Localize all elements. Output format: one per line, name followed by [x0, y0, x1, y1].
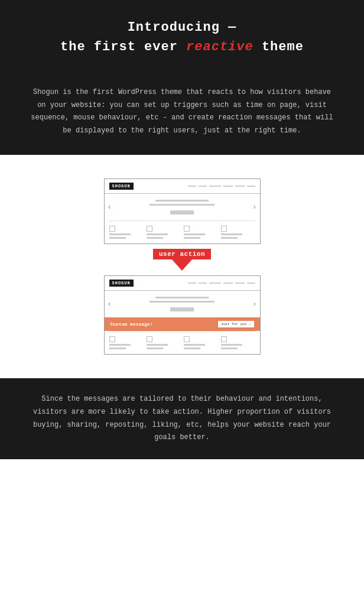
nav-line	[223, 282, 233, 284]
header-section: Introducing — the first ever reactive th…	[0, 0, 364, 74]
hero-arrow-left-top: ‹	[108, 203, 112, 212]
footer-icon	[184, 226, 190, 232]
hero-area-bottom: ‹ ›	[105, 291, 260, 317]
hero-line	[155, 200, 209, 202]
footer-icon	[184, 336, 190, 342]
just-for-you-button[interactable]: Just for you ›	[218, 321, 254, 327]
header-reactive-word: reactive	[186, 40, 254, 54]
footer-line	[109, 344, 131, 346]
header-line2-after: theme	[254, 40, 304, 54]
footer-line	[184, 344, 205, 346]
hero-btn-top	[170, 210, 194, 215]
nav-line	[235, 282, 245, 284]
browser-mockup-bottom: SHOGUN ‹ › Custom message! Just for y	[104, 275, 261, 355]
footer-line	[221, 233, 242, 235]
nav-line	[209, 282, 221, 284]
footer-line	[184, 233, 205, 235]
browser-nav-bottom: SHOGUN	[105, 276, 260, 291]
footer-line	[109, 348, 126, 349]
mockup-section: SHOGUN ‹ ›	[0, 155, 364, 366]
footer-line	[221, 348, 238, 349]
footer-cell	[184, 226, 217, 239]
description-text: Shogun is the first WordPress theme that…	[30, 86, 334, 137]
shogun-logo-bottom: SHOGUN	[109, 280, 134, 287]
nav-line	[188, 186, 196, 187]
footer-icon	[109, 226, 115, 232]
hero-line	[150, 204, 214, 206]
footer-cell	[147, 226, 180, 239]
footer-line	[147, 233, 168, 235]
footer-line	[221, 344, 242, 346]
hero-arrow-right-top: ›	[252, 203, 256, 212]
shogun-logo-top: SHOGUN	[109, 183, 134, 190]
nav-line	[199, 282, 207, 284]
hero-lines-top	[116, 200, 248, 215]
hero-line	[150, 301, 214, 303]
chevron-down-icon	[171, 259, 193, 271]
nav-line	[235, 186, 245, 187]
browser-mockup-top: SHOGUN ‹ ›	[104, 178, 261, 244]
bottom-section: Since the messages are tailored to their…	[0, 378, 364, 459]
user-action-badge: user action	[153, 249, 211, 259]
user-action-container: user action	[153, 249, 211, 271]
header-title: Introducing — the first ever reactive th…	[35, 18, 329, 57]
nav-lines-bottom	[188, 282, 255, 284]
nav-line	[188, 282, 196, 284]
footer-icon	[221, 226, 227, 232]
footer-cell	[221, 226, 255, 239]
footer-cell	[184, 336, 217, 349]
nav-line	[199, 186, 207, 187]
hero-lines-bottom	[116, 297, 248, 311]
hero-arrow-right-bottom: ›	[252, 300, 256, 309]
nav-line	[247, 282, 255, 284]
hero-line	[155, 297, 209, 298]
footer-icon	[147, 336, 152, 342]
hero-btn-bottom	[170, 307, 194, 311]
footer-cell	[109, 226, 143, 239]
hero-area-top: ‹ ›	[105, 194, 260, 220]
header-line1: Introducing —	[128, 20, 237, 35]
footer-cell	[147, 336, 180, 349]
footer-line	[147, 348, 163, 349]
footer-icon	[221, 336, 227, 342]
footer-line	[221, 237, 238, 239]
footer-line	[184, 348, 200, 349]
footer-line	[147, 344, 168, 346]
custom-message-text: Custom message!	[110, 322, 153, 327]
footer-grid-top	[105, 221, 260, 243]
description-section: Shogun is the first WordPress theme that…	[0, 74, 364, 155]
footer-icon	[109, 336, 115, 342]
browser-nav-top: SHOGUN	[105, 179, 260, 194]
footer-line	[109, 237, 126, 239]
footer-cell	[109, 336, 143, 349]
footer-grid-bottom	[105, 332, 260, 354]
footer-cell	[221, 336, 255, 349]
nav-lines-top	[188, 186, 255, 187]
bottom-text: Since the messages are tailored to their…	[30, 393, 334, 444]
header-line2-before: the first ever	[60, 40, 186, 54]
footer-line	[184, 237, 200, 239]
custom-message-bar: Custom message! Just for you ›	[105, 317, 260, 331]
nav-line	[223, 186, 233, 187]
footer-line	[109, 233, 131, 235]
nav-line	[247, 186, 255, 187]
hero-arrow-left-bottom: ‹	[108, 300, 112, 309]
nav-line	[209, 186, 221, 187]
footer-icon	[147, 226, 152, 232]
footer-line	[147, 237, 163, 239]
